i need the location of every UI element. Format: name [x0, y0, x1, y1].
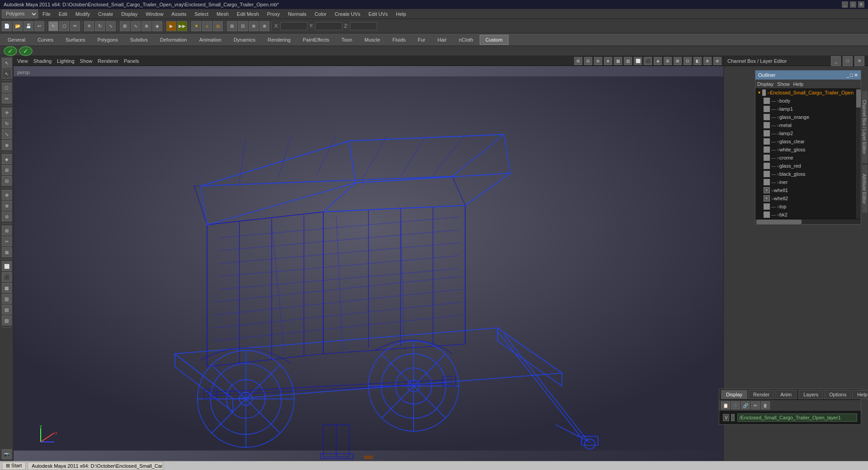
tab-rendering[interactable]: Rendering — [262, 35, 297, 45]
cb-minimize[interactable]: _ — [831, 56, 841, 66]
outliner-item-top[interactable]: — ○ top — [755, 202, 855, 211]
tab-fur[interactable]: Fur — [412, 35, 431, 45]
edge-tab-attribute[interactable]: Attribute Editor — [862, 164, 868, 213]
vt-btn11[interactable]: ⊠ — [674, 57, 682, 65]
lt-soft[interactable]: ◈ — [2, 154, 12, 164]
menu-edit-mesh[interactable]: Edit Mesh — [233, 10, 263, 18]
vt-show[interactable]: Show — [78, 57, 94, 65]
menu-edit[interactable]: Edit — [55, 10, 71, 18]
menu-file[interactable]: File — [39, 10, 54, 18]
tool-scale[interactable]: ⤡ — [106, 21, 116, 31]
menu-help[interactable]: Help — [392, 10, 410, 18]
tab-animation[interactable]: Animation — [193, 35, 227, 45]
tab-polygons[interactable]: Polygons — [91, 35, 123, 45]
tab-general[interactable]: General — [2, 35, 31, 45]
outliner-item-body[interactable]: — ○ body — [755, 97, 855, 105]
lt-move[interactable]: ✛ — [2, 108, 12, 118]
tool-new[interactable]: 📄 — [2, 21, 12, 31]
outliner-menu-display[interactable]: Display — [757, 81, 774, 87]
lt-lasso[interactable]: ⬡ — [2, 83, 12, 93]
lt-uvs4[interactable]: ▥ — [2, 294, 12, 304]
le-tab-render[interactable]: Render — [748, 390, 774, 399]
lt-select[interactable]: ↖ — [2, 58, 12, 68]
tool-snap-curve[interactable]: ∿ — [131, 21, 141, 31]
lt-merge[interactable]: ⊗ — [2, 201, 12, 211]
tab-toon[interactable]: Toon — [335, 35, 358, 45]
le-tab-options[interactable]: Options — [824, 390, 851, 399]
tab-custom[interactable]: Custom — [480, 35, 509, 45]
lt-history[interactable]: ⊞ — [2, 165, 12, 175]
vt-btn10[interactable]: ⊞ — [664, 57, 672, 65]
vt-btn6[interactable]: ▥ — [624, 57, 632, 65]
viewport-canvas[interactable]: .wire { stroke: #1111cc; stroke-width: 0… — [14, 66, 723, 461]
outliner-item-whell1[interactable]: + ○ whell1 — [755, 186, 855, 194]
tool-select[interactable]: ↖ — [48, 21, 58, 31]
tool-paint[interactable]: ✏ — [70, 21, 80, 31]
tool-snap-grid[interactable]: ⊞ — [120, 21, 130, 31]
menu-create-uvs[interactable]: Create UVs — [331, 10, 364, 18]
menu-display[interactable]: Display — [118, 10, 141, 18]
tab-ncloth[interactable]: nCloth — [453, 35, 479, 45]
le-tab-layers[interactable]: Layers — [798, 390, 823, 399]
tool-misc2[interactable]: ⊟ — [238, 21, 248, 31]
tab-dynamics[interactable]: Dynamics — [228, 35, 261, 45]
lt-select2[interactable]: ↖ — [2, 69, 12, 79]
vt-btn7[interactable]: ⬜ — [634, 57, 642, 65]
tool-save[interactable]: 💾 — [24, 21, 33, 31]
outliner-maximize[interactable]: □ — [850, 72, 853, 78]
vt-btn9[interactable]: ◈ — [654, 57, 662, 65]
tab-painteffects[interactable]: PaintEffects — [297, 35, 335, 45]
menu-edit-uvs[interactable]: Edit UVs — [365, 10, 392, 18]
tool-move[interactable]: ✛ — [84, 21, 94, 31]
lt-snap[interactable]: ⊟ — [2, 176, 12, 186]
cb-close[interactable]: ✕ — [854, 56, 864, 66]
outliner-scrollbar[interactable] — [855, 89, 861, 219]
maximize-btn[interactable]: □ — [850, 1, 856, 8]
edge-tab-channel[interactable]: Channel Box / Layer Editor — [862, 90, 868, 164]
vt-btn13[interactable]: ◧ — [693, 57, 702, 65]
tool-misc3[interactable]: ⊕ — [249, 21, 259, 31]
le-tab-anim[interactable]: Anim — [775, 390, 797, 399]
lt-rotate[interactable]: ↻ — [2, 118, 12, 128]
tool-render2[interactable]: ▶▶ — [177, 21, 187, 31]
tool-snap-surface[interactable]: ◈ — [152, 21, 162, 31]
vt-btn4[interactable]: ⊗ — [604, 57, 612, 65]
menu-normals[interactable]: Normals — [284, 10, 310, 18]
menu-assets[interactable]: Assets — [168, 10, 190, 18]
y-input[interactable] — [315, 22, 342, 30]
le-btn5[interactable]: 🗑 — [761, 401, 770, 409]
layer-name[interactable]: /Enclosed_Small_Cargo_Trailer_Open_layer… — [737, 414, 857, 422]
workspace-selector[interactable]: Polygons — [2, 9, 38, 19]
menu-proxy[interactable]: Proxy — [264, 10, 283, 18]
tool-render[interactable]: ▶ — [166, 21, 176, 31]
lt-bridge[interactable]: ⊠ — [2, 247, 12, 257]
le-tab-help[interactable]: Help — [852, 390, 868, 399]
vt-panels[interactable]: Panels — [122, 57, 141, 65]
outliner-menu-show[interactable]: Show — [777, 81, 790, 87]
tab-muscle[interactable]: Muscle — [359, 35, 386, 45]
tab-deformation[interactable]: Deformation — [154, 35, 193, 45]
lt-uvs2[interactable]: ⬛ — [2, 272, 12, 282]
outliner-item-black-gloss[interactable]: — ○ black_gloss — [755, 170, 855, 178]
lt-universal[interactable]: ⊕ — [2, 140, 12, 150]
tool-rotate[interactable]: ↻ — [95, 21, 105, 31]
vt-shading[interactable]: Shading — [32, 57, 53, 65]
lt-uvs[interactable]: ⬜ — [2, 261, 12, 271]
check-btn2[interactable]: ✓ — [19, 46, 33, 56]
lt-uvs5[interactable]: ▤ — [2, 305, 12, 315]
hscroll-thumb[interactable] — [756, 220, 802, 224]
tool-open[interactable]: 📂 — [13, 21, 23, 31]
tool-light3[interactable]: ◎ — [213, 21, 223, 31]
cb-maximize[interactable]: □ — [843, 56, 853, 66]
minimize-btn[interactable]: _ — [842, 1, 848, 8]
vt-btn3[interactable]: ⊕ — [594, 57, 602, 65]
lt-cut[interactable]: ✂ — [2, 236, 12, 246]
menu-color[interactable]: Color — [311, 10, 330, 18]
vt-btn8[interactable]: ⬛ — [644, 57, 652, 65]
tab-hair[interactable]: Hair — [432, 35, 453, 45]
vt-renderer[interactable]: Renderer — [96, 57, 120, 65]
outliner-item-glass-orange[interactable]: — ○ glass_orange — [755, 113, 855, 121]
le-btn2[interactable]: ➕ — [731, 401, 740, 409]
start-button[interactable]: ⊞ Start — [2, 462, 26, 470]
outliner-item-bk2[interactable]: — ○ bk2 — [755, 211, 855, 219]
